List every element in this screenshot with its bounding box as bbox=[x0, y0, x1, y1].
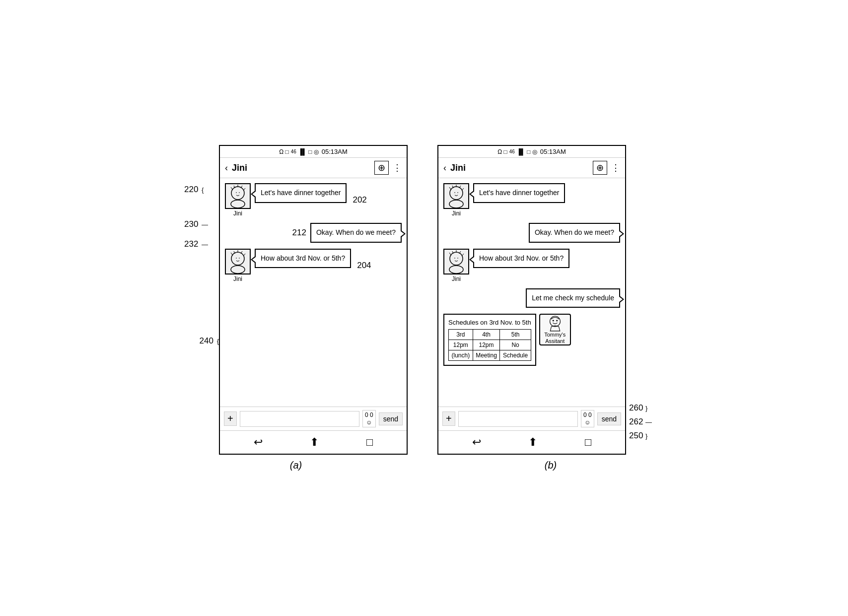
day-5th: 5th bbox=[500, 330, 531, 340]
time-a: 05:13AM bbox=[322, 148, 348, 155]
annot-232: 232 — bbox=[184, 239, 208, 249]
search-icon-a[interactable]: ⊕ bbox=[374, 161, 389, 175]
annot-212: 212 bbox=[292, 228, 306, 238]
annotations-b: 260 } 262 — 250 } bbox=[629, 403, 664, 441]
time-b: 05:13AM bbox=[540, 148, 566, 155]
emoji-button-a[interactable]: 0 0☺ bbox=[362, 410, 376, 427]
bubble-3b: How about 3rd Nov. or 5th? bbox=[473, 249, 569, 269]
avatar-name-jini-1b: Jini bbox=[452, 210, 461, 217]
svg-point-37 bbox=[552, 320, 554, 322]
send-button-b[interactable]: send bbox=[597, 412, 621, 425]
app-bar-b: ‹ Jini ⊕ ⋮ bbox=[438, 158, 625, 178]
avatar-jini-1b bbox=[443, 183, 469, 209]
svg-point-19 bbox=[449, 200, 463, 208]
app-title-a: Jini bbox=[232, 163, 370, 173]
message-input-a[interactable] bbox=[240, 411, 359, 427]
nav-bar-a: ↩ ⬆ □ bbox=[220, 430, 407, 454]
svg-line-11 bbox=[231, 253, 233, 256]
chat-row-3a: Jini How about 3rd Nov. or 5th? 204 bbox=[225, 249, 402, 282]
svg-point-1 bbox=[231, 200, 245, 208]
app-title-b: Jini bbox=[450, 163, 589, 173]
svg-line-29 bbox=[449, 253, 451, 256]
back-nav-icon-b[interactable]: ↩ bbox=[472, 436, 481, 449]
menu-icon-b[interactable]: ⋮ bbox=[611, 162, 620, 173]
chat-area-b: Jini Let's have dinner together Okay. Wh… bbox=[438, 178, 625, 407]
sched-4th-row2: Meeting bbox=[473, 350, 500, 361]
chat-row-2a: Okay. When do we meet? 212 bbox=[225, 223, 402, 243]
plus-button-b[interactable]: + bbox=[442, 411, 455, 426]
status-bar-b: Ω □ 46▐▌ □ ◎ 05:13AM bbox=[438, 146, 625, 158]
avatar-block-jini-1a: Jini bbox=[225, 183, 251, 217]
avatar-name-jini-2a: Jini bbox=[233, 275, 242, 282]
back-nav-icon-a[interactable]: ↩ bbox=[254, 436, 263, 449]
avatar-block-jini-1b: Jini bbox=[443, 183, 469, 217]
avatar-block-jini-2b: Jini bbox=[443, 249, 469, 282]
day-3rd: 3rd bbox=[449, 330, 473, 340]
schedule-header-row: 3rd 4th 5th bbox=[449, 330, 531, 340]
diagram-b: Ω □ 46▐▌ □ ◎ 05:13AM ‹ Jini ⊕ ⋮ bbox=[437, 145, 664, 471]
back-button-a[interactable]: ‹ bbox=[225, 163, 228, 173]
input-bar-b: + 0 0☺ send bbox=[438, 407, 625, 430]
day-4th: 4th bbox=[473, 330, 500, 340]
assistant-avatar: Tommy'sAssitant bbox=[539, 314, 571, 345]
avatar-name-jini-1a: Jini bbox=[233, 210, 242, 217]
svg-point-38 bbox=[556, 320, 558, 322]
bubble-1b: Let's have dinner together bbox=[473, 183, 565, 203]
chat-row-1a: Jini Let's have dinner together 202 bbox=[225, 183, 402, 217]
sched-5th-row2: Schedule bbox=[500, 350, 531, 361]
assistant-label: Tommy'sAssitant bbox=[544, 332, 565, 344]
svg-point-0 bbox=[231, 187, 244, 200]
plus-button-a[interactable]: + bbox=[224, 411, 237, 426]
phone-a: Ω □ 46▐▌ □ ◎ 05:13AM ‹ Jini ⊕ ⋮ bbox=[219, 145, 408, 455]
search-icon-b[interactable]: ⊕ bbox=[593, 161, 607, 175]
annot-204: 204 bbox=[357, 261, 371, 271]
svg-line-24 bbox=[462, 188, 464, 191]
annot-240: 240 { bbox=[200, 336, 219, 346]
svg-point-9 bbox=[231, 252, 244, 265]
home-nav-icon-b[interactable]: ⬆ bbox=[528, 436, 537, 449]
bubbles-col-3a: How about 3rd Nov. or 5th? bbox=[255, 249, 351, 269]
back-button-b[interactable]: ‹ bbox=[443, 163, 446, 173]
annot-260: 260 } bbox=[629, 403, 664, 413]
sched-5th-row1: No bbox=[500, 340, 531, 350]
schedule-row2: (lunch) Meeting Schedule bbox=[449, 350, 531, 361]
svg-line-33 bbox=[462, 254, 464, 256]
avatar-name-jini-2b: Jini bbox=[452, 275, 461, 282]
app-icons-a: ⊕ ⋮ bbox=[374, 161, 402, 175]
schedule-row: Schedules on 3rd Nov. to 5th 3rd 4th 5th bbox=[443, 314, 620, 366]
annot-250: 250 } bbox=[629, 431, 664, 441]
emoji-button-b[interactable]: 0 0☺ bbox=[581, 410, 594, 427]
bubble-1a: Let's have dinner together bbox=[255, 183, 347, 203]
status-icons-b: Ω □ 46▐▌ □ ◎ bbox=[497, 148, 537, 155]
caption-a: (a) bbox=[290, 460, 302, 471]
avatar-jini-2a bbox=[225, 249, 251, 274]
diagram-a: 220 { 230 — 232 — 240 { bbox=[184, 145, 408, 471]
sched-3rd-row2: (lunch) bbox=[449, 350, 473, 361]
nav-bar-b: ↩ ⬆ □ bbox=[438, 430, 625, 454]
annot-202: 202 bbox=[353, 195, 366, 205]
menu-icon-a[interactable]: ⋮ bbox=[393, 162, 402, 173]
schedule-table: 3rd 4th 5th 12pm 12pm No bbox=[448, 329, 531, 361]
schedule-card-title: Schedules on 3rd Nov. to 5th bbox=[448, 319, 531, 326]
avatar-jini-2b bbox=[443, 249, 469, 274]
bubbles-col-3b: How about 3rd Nov. or 5th? bbox=[473, 249, 569, 269]
svg-point-28 bbox=[449, 266, 463, 274]
page-container: 220 { 230 — 232 — 240 { bbox=[164, 125, 684, 491]
input-bar-a: + 0 0☺ send bbox=[220, 407, 407, 430]
status-icons-a: Ω □ 46▐▌ □ ◎ bbox=[279, 148, 319, 155]
svg-line-20 bbox=[449, 187, 451, 190]
annot-230: 230 — bbox=[184, 219, 208, 229]
send-button-a[interactable]: send bbox=[379, 412, 403, 425]
bubbles-col-1b: Let's have dinner together bbox=[473, 183, 565, 203]
svg-point-10 bbox=[231, 266, 245, 274]
chat-row-4b: Let me check my schedule bbox=[443, 288, 620, 308]
home-nav-icon-a[interactable]: ⬆ bbox=[310, 436, 319, 449]
square-nav-icon-b[interactable]: □ bbox=[585, 436, 591, 449]
bubble-3a: How about 3rd Nov. or 5th? bbox=[255, 249, 351, 269]
chat-row-3b: Jini How about 3rd Nov. or 5th? bbox=[443, 249, 620, 282]
caption-b: (b) bbox=[545, 460, 557, 471]
message-input-b[interactable] bbox=[458, 411, 578, 427]
square-nav-icon-a[interactable]: □ bbox=[366, 436, 373, 449]
annot-220: 220 { bbox=[184, 185, 204, 195]
schedule-card: Schedules on 3rd Nov. to 5th 3rd 4th 5th bbox=[443, 314, 536, 366]
